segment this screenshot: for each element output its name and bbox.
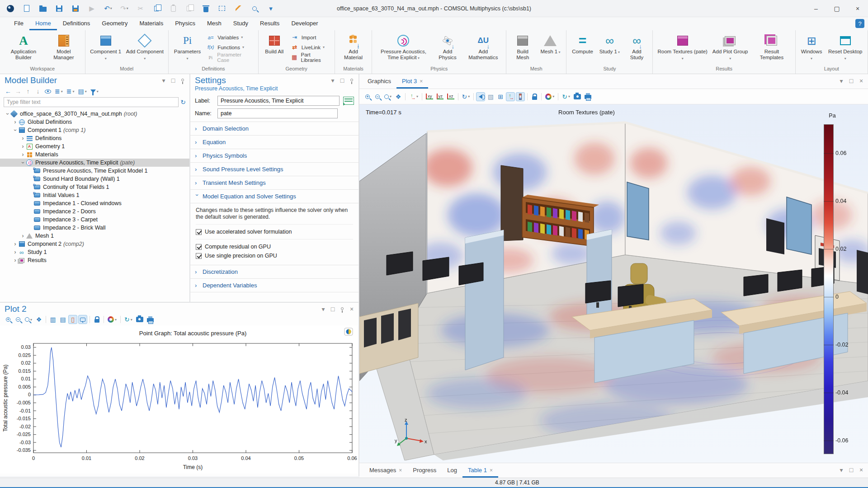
ribbon-button-windows[interactable]: ⊞Windows ▾ [798,32,825,65]
tree-item-results[interactable]: ›Results [0,256,189,264]
tree-item-component-1[interactable]: ›Component 1(comp 1) [0,126,189,134]
ribbon-button-model-manager[interactable]: Model Manager [45,32,82,65]
tree-item-continuity-of-total-fields-1[interactable]: Continuity of Total Fields 1 [0,183,189,191]
graphics-panel-close[interactable]: × [858,78,864,84]
ribbon-button-compute[interactable]: =Compute [569,32,595,65]
scene-3d[interactable] [359,104,868,460]
undo-icon[interactable]: ↶▾ [103,4,113,14]
graphics-panel-float[interactable]: □ [848,78,854,84]
point-graph-chart[interactable]: Point Graph: Total acoustic pressure (Pa… [0,325,358,474]
mb-nav-back-button[interactable]: ← [4,87,13,96]
tree-item-mesh-1[interactable]: ›Mesh 1 [0,232,189,240]
delete-icon[interactable] [201,4,211,14]
tree-item-component-2[interactable]: ›Component 2(comp2) [0,240,189,248]
gfx-show-colorbar-button[interactable] [516,92,525,101]
toolbar-overflow-icon[interactable]: ▾ [266,4,276,14]
menu-results[interactable]: Results [254,17,285,30]
gfx-view-yz-button[interactable]: yz [435,92,445,101]
section-transient-mesh-settings[interactable]: ›Transient Mesh Settings [190,176,359,190]
ribbon-button-room-textures-pate[interactable]: Room Textures (pate) ▾ [656,32,709,65]
menu-home[interactable]: Home [29,17,57,30]
save-icon[interactable] [54,4,64,14]
tree-expander-icon[interactable]: › [20,135,26,141]
ribbon-button-build-all[interactable]: Build All [261,32,288,65]
ribbon-button-build-mesh[interactable]: Build Mesh [509,32,537,65]
ribbon-button-add-mathematics[interactable]: ΔUAdd Mathematics [463,32,503,65]
mb-model-tree-nodes-button[interactable]: ▤▾ [77,87,88,96]
cut-icon[interactable]: ✂ [136,4,146,14]
gfx-zoom-box-button[interactable]: ▾ [383,92,393,101]
checkbox-icon[interactable] [196,244,202,250]
gfx-color-theme-button[interactable]: ▾ [544,92,556,101]
menu-mesh[interactable]: Mesh [201,17,227,30]
checkbox-icon[interactable] [196,253,202,259]
save-as-icon[interactable] [71,4,80,14]
ribbon-button-add-physics[interactable]: Add Physics [433,32,462,65]
plot2-grid-horizontal-button[interactable]: ▤ [58,315,67,324]
tree-expander-icon[interactable]: › [20,151,26,158]
mb-nav-forward-button[interactable]: → [14,87,23,96]
ribbon-button-variables[interactable]: a=Variables▾ [206,33,254,42]
copy-icon[interactable] [152,4,162,14]
select-region-icon[interactable] [217,4,227,14]
tree-expander-icon[interactable]: › [20,143,26,150]
gfx-sound-button[interactable] [476,92,485,101]
tree-expander-icon[interactable]: › [12,249,18,255]
help-icon[interactable]: ? [855,19,864,28]
tab-messages[interactable]: Messages× [364,464,407,478]
clear-selection-icon[interactable] [233,4,243,14]
plot2-panel-float[interactable]: □ [330,306,336,312]
plot2-axis-limits-button[interactable]: ▯ [68,315,77,324]
gfx-rotate-button[interactable]: ↻▾ [461,92,472,101]
tab-log[interactable]: Log [442,464,462,478]
maximize-button[interactable]: ▢ [826,0,847,17]
plot2-zoom-box-button[interactable]: ▾ [24,315,33,324]
gfx-zoom-extents-button[interactable]: ❖ [394,92,403,101]
tree-item-impedance-2-doors[interactable]: Impedance 2 - Doors [0,207,189,216]
app-logo-icon[interactable] [5,4,15,14]
mb-move-up-button[interactable]: ↑ [24,87,33,96]
label-input[interactable] [217,96,340,106]
mb-expand-all-button[interactable]: ≣▾ [53,87,64,96]
menu-developer[interactable]: Developer [285,17,324,30]
mb-panel-float[interactable]: □ [170,77,176,84]
ribbon-button-add-material[interactable]: Add Material [338,32,369,65]
menu-definitions[interactable]: Definitions [57,17,96,30]
tree-item-impedance-2-brick-wall[interactable]: Impedance 2 - Brick Wall [0,224,189,232]
gfx-zoom-out-button[interactable]: − [373,92,382,101]
gfx-transparency-button[interactable]: ▧ [486,92,495,101]
find-icon[interactable] [250,4,259,14]
tree-expander-icon[interactable]: › [20,233,26,239]
tree-item-global-definitions[interactable]: ›Global Definitions [0,118,189,126]
ribbon-button-component-1[interactable]: Component 1 ▾ [88,32,123,65]
mb-move-down-button[interactable]: ↓ [33,87,42,96]
tree-item-definitions[interactable]: ›Definitions [0,134,189,142]
rename-icon[interactable] [343,97,354,105]
tree-item-initial-values-1[interactable]: Initial Values 1 [0,191,189,199]
settings-panel-float[interactable]: □ [339,77,345,84]
ribbon-button-add-component[interactable]: Add Component ▾ [124,32,165,65]
mb-show-button[interactable] [43,87,52,96]
bottom-panel-menu[interactable]: ▾ [838,467,844,473]
menu-file[interactable]: File [8,17,29,30]
open-file-icon[interactable] [38,4,48,14]
plot2-annotations-button[interactable] [78,315,87,324]
plot2-snapshot-button[interactable] [135,315,145,324]
graphics-viewport[interactable]: Time=0.017 s Room Textures (pate) Pa 0.0… [359,104,868,463]
menu-materials[interactable]: Materials [133,17,169,30]
checkbox-icon[interactable] [196,229,202,235]
ribbon-button-parameters[interactable]: PiParameters ▾ [171,32,203,65]
refresh-filter-icon[interactable]: ↻ [180,99,186,105]
ribbon-button-add-study[interactable]: ∞Add Study [623,32,650,65]
mb-filter-button[interactable]: ▾ [89,87,100,96]
checkbox-use-single-precision-on-gpu[interactable]: Use single precision on GPU [196,251,353,260]
run-icon[interactable]: ▶ [87,4,97,14]
tree-item-impedance-3-carpet[interactable]: Impedance 3 - Carpet [0,216,189,224]
ribbon-button-result-templates[interactable]: Result Templates [751,32,792,65]
gfx-auto-update-button[interactable]: ↻▾ [561,92,571,101]
close-button[interactable]: × [847,0,868,17]
ribbon-button-add-plot-group[interactable]: Add Plot Group ▾ [710,32,750,65]
tree-expander-icon[interactable]: › [5,111,11,117]
paste-icon[interactable] [168,4,178,14]
plot2-grid-vertical-button[interactable]: ▥ [48,315,57,324]
